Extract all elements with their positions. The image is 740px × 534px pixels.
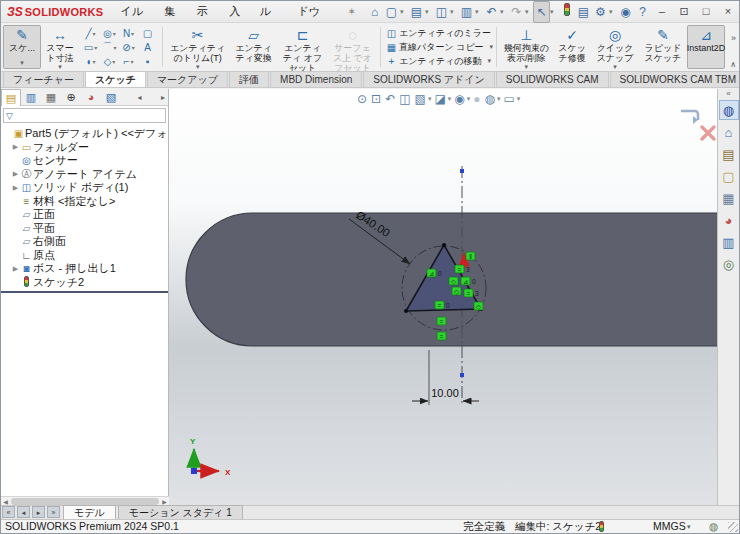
box-3d-icon[interactable]: ▢ (138, 26, 157, 40)
circle-icon[interactable]: ◎▾ (100, 26, 119, 40)
prev-tab-icon[interactable]: ◂ (17, 506, 30, 518)
tab-addins[interactable]: SOLIDWORKS アドイン (363, 71, 495, 87)
sketch-dropdown-icon[interactable]: ▾ (20, 59, 24, 67)
model-canvas[interactable]: Ø40.00 10.00 ‖=3⊿0◇⊿0◇=3=0◇== Y X (169, 89, 719, 505)
select-dropdown-icon[interactable]: ▾ (550, 8, 558, 16)
file-explorer-icon[interactable]: ▢ (719, 166, 739, 186)
expand-icon[interactable]: ▶ (11, 170, 20, 178)
help-globe-icon[interactable]: ◍ (709, 520, 718, 533)
model-tab[interactable]: モデル (63, 505, 116, 519)
panel-tab-scroll-left-icon[interactable]: ◂ (135, 93, 145, 102)
arc-icon[interactable]: ⌒▾ (100, 40, 119, 54)
tree-item-boss-extrude1[interactable]: ▶◙ ボス - 押し出し1 (1, 262, 168, 276)
minimize-button[interactable]: – (651, 1, 673, 22)
tab-cam-tbm[interactable]: SOLIDWORKS CAM TBM (610, 71, 740, 87)
edit-appearance-icon[interactable]: ● (473, 91, 480, 107)
sketch-button[interactable]: ✎ スケ... ▾ (3, 25, 41, 69)
view-orientation-icon[interactable]: ▧ (415, 91, 426, 107)
expand-icon[interactable]: ▶ (11, 184, 20, 192)
featuremanager-tab[interactable]: ▤ (1, 89, 21, 106)
scroll-left-icon[interactable]: ◀ (1, 498, 10, 505)
tab-mbd-dimension[interactable]: MBD Dimension (270, 71, 362, 87)
forum-icon[interactable]: ◎ (719, 254, 739, 274)
display-style-dropdown-icon[interactable]: ▾ (448, 95, 452, 103)
tree-item-top-plane[interactable]: ▱ 平面 (1, 222, 168, 236)
cam-tree-tab[interactable]: ▧ (101, 89, 121, 105)
display-delete-relations-button[interactable]: ⊥ 幾何拘束の表示/削除 ▾ (500, 25, 553, 69)
construction-point-bottom[interactable] (460, 373, 464, 377)
tree-item-material[interactable]: ≡ 材料 <指定なし> (1, 195, 168, 209)
zoom-to-area-icon[interactable]: ⊡ (371, 91, 381, 107)
tab-features[interactable]: フィーチャー (3, 71, 84, 87)
design-library-icon[interactable]: ▤ (719, 144, 739, 164)
tree-item-sensors[interactable]: ◎ センサー (1, 154, 168, 168)
smart-dimension-button[interactable]: ↔ スマート寸法 ▾ (41, 25, 79, 69)
scroll-right-icon[interactable]: ▶ (160, 498, 169, 505)
unit-system-selector[interactable]: MMGS (653, 520, 686, 533)
unit-system-caret-icon[interactable]: ▾ (687, 520, 691, 533)
home-icon[interactable]: ⌂ (366, 2, 383, 22)
new-document-icon[interactable]: ▢ (383, 2, 400, 22)
tab-cam[interactable]: SOLIDWORKS CAM (496, 71, 609, 87)
fillet-icon[interactable]: ⌐▾ (119, 54, 138, 68)
options-dropdown-icon[interactable]: ▾ (609, 8, 617, 16)
undo-dropdown-icon[interactable]: ▾ (500, 8, 508, 16)
save-icon[interactable]: ◫ (433, 2, 450, 22)
linear-dimension[interactable]: 10.00 (412, 350, 479, 405)
rollback-bar[interactable] (1, 291, 168, 293)
trim-entities-button[interactable]: ✂ エンティティのトリム(T) ▾ (166, 25, 230, 69)
quick-snaps-button[interactable]: ◎ クイックスナップ ▾ (591, 25, 639, 69)
close-button[interactable]: × (717, 1, 739, 22)
open-icon[interactable]: ▤ (408, 2, 425, 22)
file-properties-icon[interactable]: ▤ (575, 2, 592, 22)
propertymanager-tab[interactable]: ▥ (21, 89, 41, 105)
rebuild-icon[interactable] (558, 2, 575, 22)
new-dropdown-icon[interactable]: ▾ (400, 8, 408, 16)
offset-entities-button[interactable]: ⊏ エンティティ オフセット ▾ (277, 25, 327, 69)
open-dropdown-icon[interactable]: ▾ (425, 8, 433, 16)
tree-item-origin[interactable]: ∟ 原点 (1, 249, 168, 263)
hide-show-dropdown-icon[interactable]: ▾ (467, 95, 471, 103)
panel-horizontal-scrollbar[interactable]: ◀ ▶ (1, 496, 169, 505)
view-settings-icon[interactable]: ▭ (504, 91, 515, 107)
hide-show-items-icon[interactable]: ◉ (454, 91, 464, 107)
scrollbar-thumb[interactable] (11, 498, 159, 505)
tab-markup[interactable]: マークアップ (147, 71, 228, 87)
linear-pattern-dropdown-icon[interactable]: ▾ (490, 43, 494, 51)
ribbon-overflow-icon[interactable]: » (731, 33, 736, 43)
resize-grip[interactable] (728, 522, 738, 532)
slot-icon[interactable]: ◖▾ (81, 54, 100, 68)
configurationmanager-tab[interactable]: ▦ (41, 89, 61, 105)
section-view-icon[interactable]: ◫ (399, 91, 410, 107)
custom-properties-icon[interactable]: ▥ (719, 232, 739, 252)
rapid-sketch-button[interactable]: ✎ ラピッドスケッチ (639, 25, 687, 69)
polygon-icon[interactable]: ◇▾ (100, 54, 119, 68)
display-style-icon[interactable]: ◪ (434, 91, 445, 107)
construction-point-top[interactable] (460, 169, 464, 173)
tree-item-part-root[interactable]: ▣ Part5 (デフォルト) <<デフォルト>_表示状態 (1, 127, 168, 141)
resources-home-icon[interactable]: ⌂ (719, 122, 739, 142)
tree-item-solid-bodies[interactable]: ▶◫ ソリッド ボディ(1) (1, 181, 168, 195)
move-dropdown-icon[interactable]: ▾ (488, 57, 492, 65)
displaymanager-tab[interactable]: ◕ (81, 89, 101, 105)
menu-pin-icon[interactable]: ✶ (348, 6, 356, 17)
repair-sketch-button[interactable]: ✓ スケッチ修復 (553, 25, 591, 69)
tab-sketch[interactable]: スケッチ (85, 71, 146, 87)
previous-view-icon[interactable]: ↶ (385, 91, 395, 107)
motion-study-tab[interactable]: モーション スタディ 1 (118, 505, 243, 519)
trim-dropdown-icon[interactable]: ▾ (196, 63, 200, 71)
expand-icon[interactable]: ▶ (11, 143, 20, 151)
tree-item-right-plane[interactable]: ▱ 右側面 (1, 235, 168, 249)
tree-item-sketch2[interactable]: スケッチ2 (1, 276, 168, 290)
task-pane-collapse-icon[interactable]: « (726, 89, 730, 99)
help-icon[interactable]: ? (634, 2, 651, 22)
last-tab-icon[interactable]: » (47, 506, 60, 518)
save-dropdown-icon[interactable]: ▾ (450, 8, 458, 16)
spline-icon[interactable]: N▾ (119, 26, 138, 40)
point-icon[interactable]: ▪ (138, 54, 157, 68)
tab-evaluate[interactable]: 評価 (229, 71, 269, 87)
appearances-icon[interactable]: ◕ (719, 210, 739, 230)
undo-icon[interactable]: ↶ (483, 2, 500, 22)
linear-pattern-button[interactable]: ▦ 直線パターン コピー ▾ (384, 40, 493, 54)
view-settings-dropdown-icon[interactable]: ▾ (517, 95, 521, 103)
